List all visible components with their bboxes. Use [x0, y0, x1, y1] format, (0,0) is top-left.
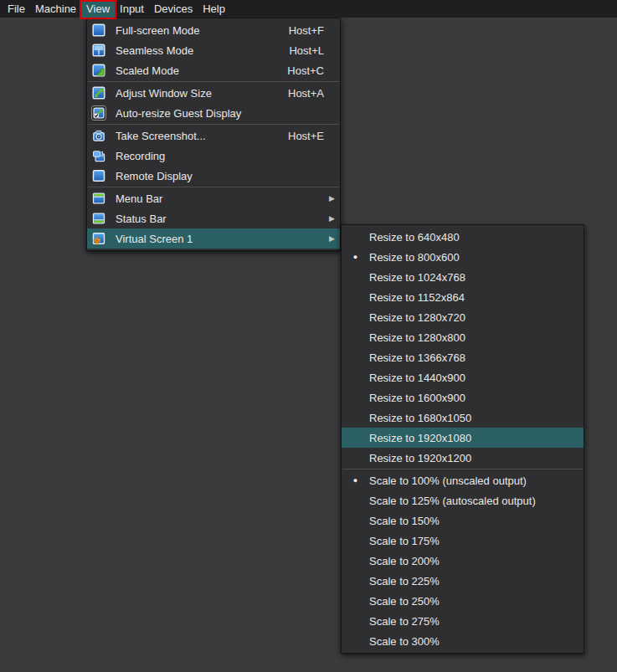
- seamless-icon: [91, 43, 106, 58]
- menu-item-adjust-window-size[interactable]: Adjust Window SizeHost+A: [87, 83, 340, 103]
- menu-item-label: Menu Bar: [116, 192, 162, 205]
- virtualbox-window: FileMachineViewInputDevicesHelp Full-scr…: [0, 0, 617, 672]
- submenu-item-label: Resize to 1280x720: [369, 311, 465, 324]
- menu-item-label: Auto-resize Guest Display: [116, 107, 241, 120]
- submenu-item-label: Resize to 1280x800: [369, 331, 465, 344]
- menu-item-shortcut: Host+A: [288, 87, 336, 100]
- submenu-arrow-icon: ▶: [329, 235, 335, 243]
- menu-bar-icon: [91, 191, 106, 206]
- radio-selected-icon: ●: [342, 247, 369, 267]
- submenu-item-label: Resize to 640x480: [369, 231, 460, 244]
- menu-item-shortcut: Host+E: [288, 130, 336, 142]
- submenu-item-label: Resize to 1920x1080: [369, 432, 471, 444]
- submenu-item-resize-to-1280x800[interactable]: Resize to 1280x800: [342, 327, 584, 347]
- submenu-item-label: Resize to 1440x900: [369, 372, 465, 384]
- recording-icon: [91, 148, 106, 163]
- status-bar-icon: [91, 211, 106, 226]
- submenu-item-label: Resize to 800x600: [369, 251, 460, 264]
- menu-separator: [88, 187, 339, 187]
- menu-separator: [342, 469, 583, 469]
- submenu-item-scale-to-150[interactable]: Scale to 150%: [342, 510, 584, 531]
- submenu-item-label: Scale to 250%: [369, 595, 440, 608]
- view-menu: Full-screen ModeHost+FSeamless ModeHost+…: [86, 18, 341, 251]
- virtual-screen-submenu: Resize to 640x480●Resize to 800x600Resiz…: [341, 224, 584, 654]
- menu-item-label: Remote Display: [116, 170, 193, 182]
- menubar-item-file[interactable]: File: [3, 0, 30, 18]
- radio-selected-icon: ●: [342, 470, 369, 490]
- menu-item-full-screen-mode[interactable]: Full-screen ModeHost+F: [87, 20, 340, 40]
- submenu-item-resize-to-640x480[interactable]: Resize to 640x480: [342, 227, 584, 247]
- scaled-icon: [91, 63, 106, 78]
- submenu-item-label: Scale to 100% (unscaled output): [369, 475, 527, 487]
- submenu-item-scale-to-125-autoscaled-output[interactable]: Scale to 125% (autoscaled output): [342, 490, 584, 510]
- submenu-item-label: Scale to 200%: [369, 555, 440, 567]
- submenu-item-resize-to-1920x1200[interactable]: Resize to 1920x1200: [342, 448, 584, 468]
- submenu-item-scale-to-300[interactable]: Scale to 300%: [342, 631, 584, 651]
- submenu-item-scale-to-225[interactable]: Scale to 225%: [342, 571, 584, 591]
- submenu-arrow-icon: ▶: [329, 215, 335, 223]
- submenu-item-label: Scale to 150%: [369, 515, 440, 527]
- menu-item-take-screenshot[interactable]: Take Screenshot...Host+E: [87, 126, 340, 146]
- menu-item-seamless-mode[interactable]: Seamless ModeHost+L: [87, 40, 340, 60]
- menu-item-label: Scaled Mode: [116, 64, 179, 77]
- menubar-item-help[interactable]: Help: [198, 0, 230, 18]
- submenu-item-label: Scale to 125% (autoscaled output): [369, 495, 536, 507]
- submenu-item-scale-to-100-unscaled-output[interactable]: ●Scale to 100% (unscaled output): [342, 470, 584, 490]
- menu-item-label: Status Bar: [116, 213, 167, 225]
- submenu-item-label: Resize to 1600x900: [369, 392, 465, 404]
- submenu-item-resize-to-1024x768[interactable]: Resize to 1024x768: [342, 267, 584, 287]
- submenu-item-resize-to-1366x768[interactable]: Resize to 1366x768: [342, 347, 584, 367]
- submenu-item-resize-to-1920x1080[interactable]: Resize to 1920x1080: [342, 428, 584, 448]
- menu-item-label: Seamless Mode: [116, 44, 193, 57]
- menu-item-shortcut: Host+C: [287, 64, 336, 77]
- submenu-item-scale-to-200[interactable]: Scale to 200%: [342, 551, 584, 571]
- submenu-item-scale-to-175[interactable]: Scale to 175%: [342, 531, 584, 551]
- submenu-item-label: Resize to 1152x864: [369, 291, 465, 304]
- menu-item-label: Full-screen Mode: [116, 24, 199, 37]
- menu-separator: [88, 124, 339, 125]
- virtual-screen-icon: [91, 231, 106, 246]
- submenu-item-label: Scale to 275%: [369, 615, 440, 628]
- menubar: FileMachineViewInputDevicesHelp: [0, 0, 617, 18]
- adjust-window-icon: [91, 85, 106, 100]
- autoresize-icon: [91, 105, 106, 121]
- submenu-item-label: Scale to 225%: [369, 575, 440, 587]
- submenu-item-resize-to-1680x1050[interactable]: Resize to 1680x1050: [342, 408, 584, 428]
- submenu-item-resize-to-800x600[interactable]: ●Resize to 800x600: [342, 247, 584, 267]
- submenu-item-resize-to-1152x864[interactable]: Resize to 1152x864: [342, 287, 584, 307]
- submenu-arrow-icon: ▶: [329, 195, 335, 203]
- menu-item-label: Virtual Screen 1: [116, 233, 193, 245]
- remote-display-icon: [91, 168, 106, 183]
- menu-separator: [88, 81, 339, 82]
- menu-item-status-bar[interactable]: Status Bar▶: [87, 208, 340, 228]
- submenu-item-scale-to-250[interactable]: Scale to 250%: [342, 591, 584, 611]
- menu-item-virtual-screen-1[interactable]: Virtual Screen 1▶: [87, 228, 340, 249]
- submenu-item-resize-to-1600x900[interactable]: Resize to 1600x900: [342, 387, 584, 408]
- submenu-item-scale-to-275[interactable]: Scale to 275%: [342, 611, 584, 631]
- menu-item-label: Take Screenshot...: [116, 130, 206, 142]
- menu-item-shortcut: Host+L: [289, 44, 336, 57]
- submenu-item-label: Resize to 1024x768: [369, 271, 465, 284]
- menu-item-shortcut: Host+F: [289, 24, 336, 37]
- menubar-item-machine[interactable]: Machine: [30, 0, 81, 18]
- menubar-item-view[interactable]: View: [81, 0, 115, 18]
- menu-item-scaled-mode[interactable]: Scaled ModeHost+C: [87, 60, 340, 80]
- screenshot-icon: [91, 128, 106, 143]
- submenu-item-label: Resize to 1366x768: [369, 351, 465, 364]
- submenu-item-label: Scale to 300%: [369, 635, 440, 648]
- menu-item-menu-bar[interactable]: Menu Bar▶: [87, 188, 340, 208]
- menubar-item-input[interactable]: Input: [115, 0, 149, 18]
- menu-item-remote-display[interactable]: Remote Display: [87, 166, 340, 186]
- submenu-item-resize-to-1440x900[interactable]: Resize to 1440x900: [342, 367, 584, 387]
- menu-item-recording[interactable]: Recording: [87, 146, 340, 166]
- submenu-item-label: Resize to 1920x1200: [369, 452, 471, 464]
- menu-item-label: Recording: [116, 150, 165, 162]
- submenu-item-label: Scale to 175%: [369, 535, 440, 547]
- submenu-item-resize-to-1280x720[interactable]: Resize to 1280x720: [342, 307, 584, 327]
- fullscreen-icon: [91, 23, 106, 38]
- menu-item-label: Adjust Window Size: [116, 87, 212, 100]
- menubar-item-devices[interactable]: Devices: [149, 0, 198, 18]
- menu-item-auto-resize-guest-display[interactable]: Auto-resize Guest Display: [87, 103, 340, 123]
- submenu-item-label: Resize to 1680x1050: [369, 412, 471, 424]
